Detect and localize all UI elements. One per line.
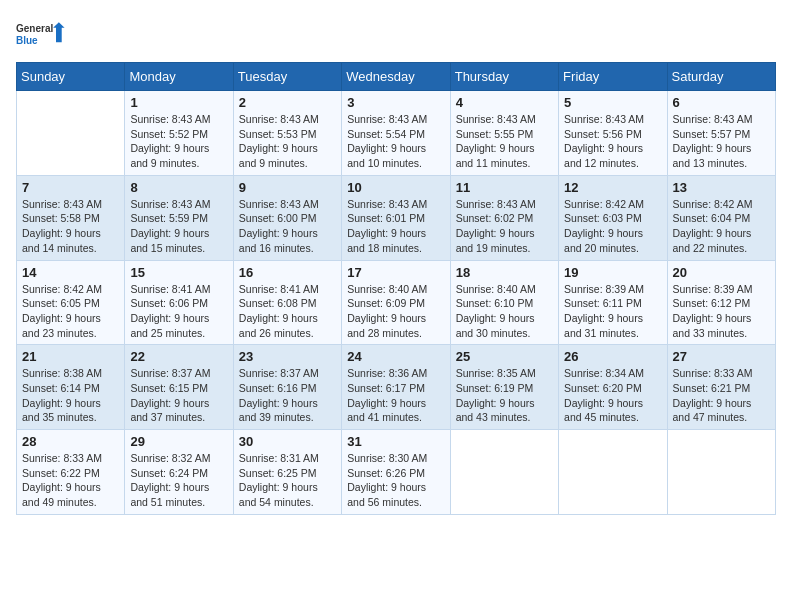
page-header: General Blue — [16, 16, 776, 54]
day-number: 7 — [22, 180, 119, 195]
calendar-cell: 12Sunrise: 8:42 AM Sunset: 6:03 PM Dayli… — [559, 175, 667, 260]
day-detail: Sunrise: 8:43 AM Sunset: 5:52 PM Dayligh… — [130, 112, 227, 171]
day-detail: Sunrise: 8:40 AM Sunset: 6:09 PM Dayligh… — [347, 282, 444, 341]
calendar-row: 1Sunrise: 8:43 AM Sunset: 5:52 PM Daylig… — [17, 91, 776, 176]
day-detail: Sunrise: 8:43 AM Sunset: 5:55 PM Dayligh… — [456, 112, 553, 171]
calendar-cell: 28Sunrise: 8:33 AM Sunset: 6:22 PM Dayli… — [17, 430, 125, 515]
calendar-cell — [559, 430, 667, 515]
calendar-cell: 26Sunrise: 8:34 AM Sunset: 6:20 PM Dayli… — [559, 345, 667, 430]
day-number: 25 — [456, 349, 553, 364]
calendar-cell: 10Sunrise: 8:43 AM Sunset: 6:01 PM Dayli… — [342, 175, 450, 260]
day-number: 9 — [239, 180, 336, 195]
day-number: 13 — [673, 180, 770, 195]
day-detail: Sunrise: 8:37 AM Sunset: 6:16 PM Dayligh… — [239, 366, 336, 425]
day-detail: Sunrise: 8:41 AM Sunset: 6:08 PM Dayligh… — [239, 282, 336, 341]
calendar-cell: 13Sunrise: 8:42 AM Sunset: 6:04 PM Dayli… — [667, 175, 775, 260]
calendar-cell: 6Sunrise: 8:43 AM Sunset: 5:57 PM Daylig… — [667, 91, 775, 176]
svg-text:General: General — [16, 23, 53, 34]
calendar-cell: 18Sunrise: 8:40 AM Sunset: 6:10 PM Dayli… — [450, 260, 558, 345]
day-detail: Sunrise: 8:34 AM Sunset: 6:20 PM Dayligh… — [564, 366, 661, 425]
day-number: 22 — [130, 349, 227, 364]
day-number: 19 — [564, 265, 661, 280]
calendar-cell: 25Sunrise: 8:35 AM Sunset: 6:19 PM Dayli… — [450, 345, 558, 430]
calendar-cell: 5Sunrise: 8:43 AM Sunset: 5:56 PM Daylig… — [559, 91, 667, 176]
day-number: 2 — [239, 95, 336, 110]
calendar-cell: 31Sunrise: 8:30 AM Sunset: 6:26 PM Dayli… — [342, 430, 450, 515]
day-number: 3 — [347, 95, 444, 110]
col-header-saturday: Saturday — [667, 63, 775, 91]
day-detail: Sunrise: 8:31 AM Sunset: 6:25 PM Dayligh… — [239, 451, 336, 510]
calendar-cell: 16Sunrise: 8:41 AM Sunset: 6:08 PM Dayli… — [233, 260, 341, 345]
day-detail: Sunrise: 8:40 AM Sunset: 6:10 PM Dayligh… — [456, 282, 553, 341]
calendar-cell — [450, 430, 558, 515]
calendar-cell: 2Sunrise: 8:43 AM Sunset: 5:53 PM Daylig… — [233, 91, 341, 176]
calendar-cell: 9Sunrise: 8:43 AM Sunset: 6:00 PM Daylig… — [233, 175, 341, 260]
day-detail: Sunrise: 8:43 AM Sunset: 6:01 PM Dayligh… — [347, 197, 444, 256]
day-number: 31 — [347, 434, 444, 449]
day-number: 27 — [673, 349, 770, 364]
col-header-sunday: Sunday — [17, 63, 125, 91]
day-number: 4 — [456, 95, 553, 110]
day-detail: Sunrise: 8:42 AM Sunset: 6:03 PM Dayligh… — [564, 197, 661, 256]
calendar-cell: 22Sunrise: 8:37 AM Sunset: 6:15 PM Dayli… — [125, 345, 233, 430]
day-detail: Sunrise: 8:39 AM Sunset: 6:12 PM Dayligh… — [673, 282, 770, 341]
calendar-row: 21Sunrise: 8:38 AM Sunset: 6:14 PM Dayli… — [17, 345, 776, 430]
day-number: 8 — [130, 180, 227, 195]
calendar-row: 7Sunrise: 8:43 AM Sunset: 5:58 PM Daylig… — [17, 175, 776, 260]
day-number: 26 — [564, 349, 661, 364]
day-detail: Sunrise: 8:43 AM Sunset: 5:58 PM Dayligh… — [22, 197, 119, 256]
day-number: 1 — [130, 95, 227, 110]
day-detail: Sunrise: 8:39 AM Sunset: 6:11 PM Dayligh… — [564, 282, 661, 341]
day-detail: Sunrise: 8:33 AM Sunset: 6:21 PM Dayligh… — [673, 366, 770, 425]
logo: General Blue — [16, 16, 66, 54]
day-detail: Sunrise: 8:33 AM Sunset: 6:22 PM Dayligh… — [22, 451, 119, 510]
calendar-cell: 1Sunrise: 8:43 AM Sunset: 5:52 PM Daylig… — [125, 91, 233, 176]
day-detail: Sunrise: 8:37 AM Sunset: 6:15 PM Dayligh… — [130, 366, 227, 425]
day-detail: Sunrise: 8:30 AM Sunset: 6:26 PM Dayligh… — [347, 451, 444, 510]
calendar-table: SundayMondayTuesdayWednesdayThursdayFrid… — [16, 62, 776, 515]
calendar-cell: 11Sunrise: 8:43 AM Sunset: 6:02 PM Dayli… — [450, 175, 558, 260]
calendar-row: 28Sunrise: 8:33 AM Sunset: 6:22 PM Dayli… — [17, 430, 776, 515]
calendar-cell: 4Sunrise: 8:43 AM Sunset: 5:55 PM Daylig… — [450, 91, 558, 176]
calendar-cell — [667, 430, 775, 515]
calendar-cell — [17, 91, 125, 176]
day-detail: Sunrise: 8:36 AM Sunset: 6:17 PM Dayligh… — [347, 366, 444, 425]
day-number: 20 — [673, 265, 770, 280]
day-number: 14 — [22, 265, 119, 280]
calendar-cell: 24Sunrise: 8:36 AM Sunset: 6:17 PM Dayli… — [342, 345, 450, 430]
col-header-wednesday: Wednesday — [342, 63, 450, 91]
day-number: 16 — [239, 265, 336, 280]
svg-text:Blue: Blue — [16, 35, 38, 46]
day-number: 12 — [564, 180, 661, 195]
calendar-cell: 7Sunrise: 8:43 AM Sunset: 5:58 PM Daylig… — [17, 175, 125, 260]
day-detail: Sunrise: 8:43 AM Sunset: 5:57 PM Dayligh… — [673, 112, 770, 171]
day-number: 23 — [239, 349, 336, 364]
calendar-header-row: SundayMondayTuesdayWednesdayThursdayFrid… — [17, 63, 776, 91]
calendar-cell: 23Sunrise: 8:37 AM Sunset: 6:16 PM Dayli… — [233, 345, 341, 430]
calendar-cell: 29Sunrise: 8:32 AM Sunset: 6:24 PM Dayli… — [125, 430, 233, 515]
day-number: 6 — [673, 95, 770, 110]
calendar-cell: 14Sunrise: 8:42 AM Sunset: 6:05 PM Dayli… — [17, 260, 125, 345]
day-detail: Sunrise: 8:42 AM Sunset: 6:05 PM Dayligh… — [22, 282, 119, 341]
day-number: 21 — [22, 349, 119, 364]
col-header-tuesday: Tuesday — [233, 63, 341, 91]
day-detail: Sunrise: 8:32 AM Sunset: 6:24 PM Dayligh… — [130, 451, 227, 510]
day-detail: Sunrise: 8:38 AM Sunset: 6:14 PM Dayligh… — [22, 366, 119, 425]
calendar-cell: 3Sunrise: 8:43 AM Sunset: 5:54 PM Daylig… — [342, 91, 450, 176]
day-number: 15 — [130, 265, 227, 280]
day-number: 10 — [347, 180, 444, 195]
calendar-cell: 8Sunrise: 8:43 AM Sunset: 5:59 PM Daylig… — [125, 175, 233, 260]
day-number: 18 — [456, 265, 553, 280]
day-detail: Sunrise: 8:42 AM Sunset: 6:04 PM Dayligh… — [673, 197, 770, 256]
day-number: 29 — [130, 434, 227, 449]
calendar-cell: 27Sunrise: 8:33 AM Sunset: 6:21 PM Dayli… — [667, 345, 775, 430]
day-detail: Sunrise: 8:43 AM Sunset: 5:59 PM Dayligh… — [130, 197, 227, 256]
logo-svg: General Blue — [16, 16, 66, 54]
day-detail: Sunrise: 8:43 AM Sunset: 6:00 PM Dayligh… — [239, 197, 336, 256]
day-detail: Sunrise: 8:43 AM Sunset: 5:53 PM Dayligh… — [239, 112, 336, 171]
day-detail: Sunrise: 8:43 AM Sunset: 5:56 PM Dayligh… — [564, 112, 661, 171]
col-header-monday: Monday — [125, 63, 233, 91]
day-number: 30 — [239, 434, 336, 449]
day-number: 24 — [347, 349, 444, 364]
day-detail: Sunrise: 8:43 AM Sunset: 5:54 PM Dayligh… — [347, 112, 444, 171]
